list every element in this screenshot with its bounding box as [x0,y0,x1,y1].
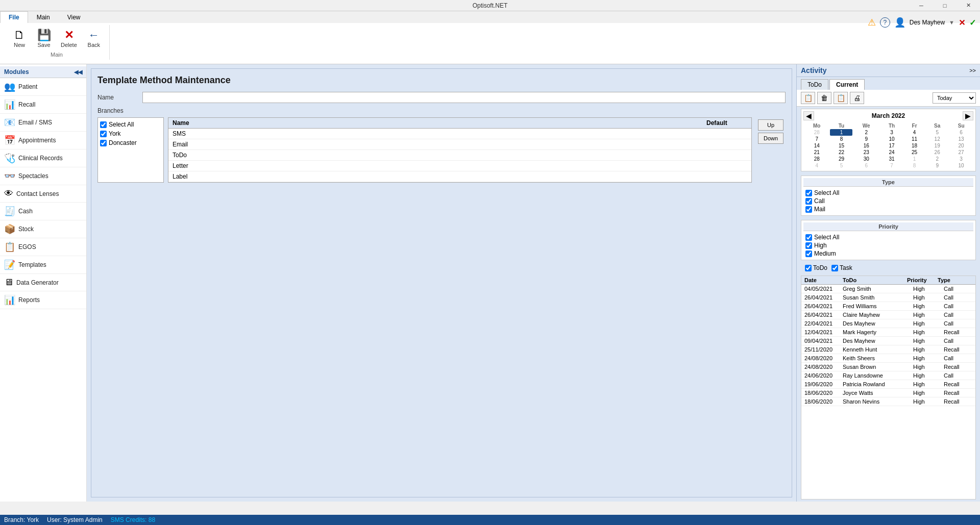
cal-cell[interactable]: 6 [852,162,880,169]
task-checkbox-label[interactable]: Task [831,264,852,271]
close-button[interactable]: ✕ [957,0,980,11]
cal-cell[interactable]: 1 [903,156,925,162]
branch-york-checkbox[interactable] [100,131,107,137]
method-row-email[interactable]: Email [168,139,751,150]
priority-high-checkbox[interactable] [805,242,812,249]
cal-cell[interactable]: 14 [803,142,830,149]
table-row[interactable]: 12/04/2021 Mark Hagerty High Recall [801,328,975,337]
topright-close-icon[interactable]: ✕ [959,18,965,28]
tab-file[interactable]: File [0,11,28,23]
table-row[interactable]: 24/06/2020 Ray Lansdowne High Call [801,371,975,380]
method-row-label[interactable]: Label [168,171,751,182]
cal-cell[interactable]: 3 [949,156,973,162]
cal-cell[interactable]: 9 [852,136,880,142]
cal-cell[interactable]: 22 [830,149,852,156]
sidebar-item-egos[interactable]: 📋 EGOS [0,238,86,256]
todo-checkbox-label[interactable]: ToDo [805,264,827,271]
priority-medium-checkbox[interactable] [805,251,812,257]
user-name[interactable]: Des Mayhew [910,19,945,26]
help-icon[interactable]: ? [880,17,890,28]
cal-cell[interactable]: 27 [949,149,973,156]
cal-cell[interactable]: 4 [803,162,830,169]
today-dropdown[interactable]: Today This Week This Month [933,92,976,104]
cal-cell[interactable]: 17 [880,142,903,149]
sidebar-item-recall[interactable]: 📊 Recall [0,96,86,114]
sidebar-item-templates[interactable]: 📝 Templates [0,256,86,274]
sidebar-item-stock[interactable]: 📦 Stock [0,220,86,238]
branch-select-all[interactable]: Select All [100,120,161,129]
table-row[interactable]: 22/04/2021 Des Mayhew High Call [801,319,975,328]
cal-cell[interactable]: 5 [925,129,949,136]
activity-tool-1[interactable]: 📋 [801,92,815,104]
user-dropdown-icon[interactable]: ▼ [949,19,954,26]
save-button[interactable]: 💾 Save [33,27,55,51]
todo-checkbox[interactable] [805,265,812,271]
sidebar-item-reports[interactable]: 📊 Reports [0,291,86,309]
cal-cell[interactable]: 1 [830,129,852,136]
back-button[interactable]: ← Back [83,27,105,51]
activity-collapse-icon[interactable]: >> [969,67,976,73]
table-row[interactable]: 26/04/2021 Fred Williams High Call [801,302,975,311]
tab-todo[interactable]: ToDo [801,79,828,90]
tab-view[interactable]: View [59,11,89,23]
method-row-sms[interactable]: SMS [168,129,751,139]
cal-cell[interactable]: 29 [830,156,852,162]
cal-cell[interactable]: 10 [949,162,973,169]
cal-cell[interactable]: 10 [880,136,903,142]
table-row[interactable]: 25/11/2020 Kenneth Hunt High Recall [801,345,975,354]
method-row-todo[interactable]: ToDo [168,150,751,161]
sidebar-item-clinical-records[interactable]: 🩺 Clinical Records [0,149,86,167]
cal-cell[interactable]: 4 [903,129,925,136]
down-button[interactable]: Down [758,133,783,144]
cal-cell[interactable]: 25 [903,149,925,156]
maximize-button[interactable]: □ [933,0,957,11]
table-row[interactable]: 24/08/2020 Keith Sheers High Call [801,354,975,363]
cal-cell[interactable]: 20 [949,142,973,149]
table-row[interactable]: 26/04/2021 Susan Smith High Call [801,293,975,302]
cal-cell[interactable]: 23 [852,149,880,156]
table-row[interactable]: 19/06/2020 Patricia Rowland High Recall [801,380,975,389]
cal-cell[interactable]: 3 [880,129,903,136]
branch-doncaster[interactable]: Doncaster [100,138,161,147]
minimize-button[interactable]: ─ [910,0,933,11]
branch-doncaster-checkbox[interactable] [100,140,107,146]
type-select-all-checkbox[interactable] [805,190,812,196]
cal-cell[interactable]: 28 [803,129,830,136]
cal-cell[interactable]: 2 [925,156,949,162]
sidebar-collapse-icon[interactable]: ◀◀ [74,69,82,76]
cal-cell[interactable]: 8 [830,136,852,142]
priority-medium[interactable]: Medium [803,249,973,258]
table-row[interactable]: 18/06/2020 Sharon Nevins High Recall [801,397,975,406]
sidebar-item-cash[interactable]: 🧾 Cash [0,203,86,220]
cal-next-button[interactable]: ▶ [963,111,973,120]
cal-cell[interactable]: 9 [925,162,949,169]
topright-check-icon[interactable]: ✓ [969,18,976,28]
tab-current[interactable]: Current [829,79,865,90]
type-call-checkbox[interactable] [805,198,812,205]
cal-cell[interactable]: 21 [803,149,830,156]
type-call[interactable]: Call [803,197,973,205]
cal-cell[interactable]: 15 [830,142,852,149]
activity-table-body[interactable]: 04/05/2021 Greg Smith High Call 26/04/20… [801,285,975,496]
sidebar-item-email-sms[interactable]: 📧 Email / SMS [0,114,86,132]
cal-cell[interactable]: 7 [803,136,830,142]
name-input[interactable] [142,92,786,103]
sidebar-item-data-generator[interactable]: 🖥 Data Generator [0,274,86,291]
cal-cell[interactable]: 31 [880,156,903,162]
type-select-all[interactable]: Select All [803,189,973,197]
tab-main[interactable]: Main [28,11,59,23]
activity-tool-print[interactable]: 🖨 [850,92,864,104]
table-row[interactable]: 09/04/2021 Des Mayhew High Call [801,337,975,345]
table-row[interactable]: 04/05/2021 Greg Smith High Call [801,285,975,293]
cal-cell[interactable]: 26 [925,149,949,156]
warning-icon[interactable]: ⚠ [868,17,876,28]
method-row-letter[interactable]: Letter [168,161,751,171]
activity-tool-3[interactable]: 📋 [834,92,848,104]
cal-cell[interactable]: 6 [949,129,973,136]
cal-cell[interactable]: 13 [949,136,973,142]
priority-select-all-checkbox[interactable] [805,234,812,241]
task-checkbox[interactable] [831,265,838,271]
cal-cell[interactable]: 11 [903,136,925,142]
up-button[interactable]: Up [758,119,783,131]
branch-select-all-checkbox[interactable] [100,121,107,128]
